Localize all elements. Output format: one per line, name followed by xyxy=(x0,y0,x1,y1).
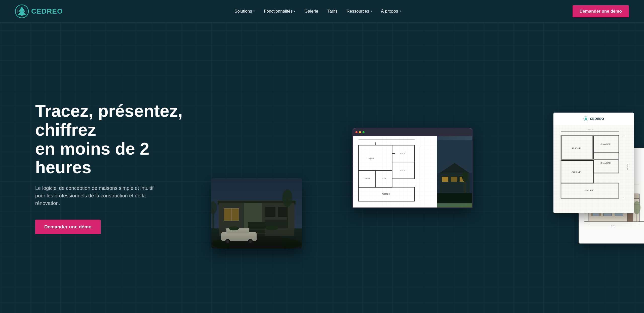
svg-point-75 xyxy=(248,239,253,244)
svg-point-29 xyxy=(462,172,468,182)
svg-marker-55 xyxy=(229,228,284,249)
svg-point-53 xyxy=(211,236,302,249)
laptop-toolbar xyxy=(353,128,472,136)
svg-text:CHAMBRE: CHAMBRE xyxy=(600,143,611,145)
nav-links: Solutions ▾ Fonctionnalités ▾ Galerie Ta… xyxy=(231,7,405,16)
logo-text: CEDREO xyxy=(31,7,63,15)
doc-floorplan-svg: SÉJOUR CHAMBRE CHAMBRE CUISINE GARAGE 12… xyxy=(553,125,634,213)
svg-point-82 xyxy=(229,226,239,230)
hero-text: Tracez, présentez, chiffrez en moins de … xyxy=(35,101,206,234)
laptop-screen: Séjour Ch. 1 Ch. 2 Cuisine SDB Garage xyxy=(353,128,472,207)
svg-rect-39 xyxy=(561,135,594,136)
nav-item-tarifs: Tarifs xyxy=(324,7,341,16)
chevron-down-icon: ▾ xyxy=(294,10,295,13)
svg-text:Ch. 2: Ch. 2 xyxy=(400,169,405,171)
toolbar-dot-green xyxy=(363,131,365,133)
svg-rect-60 xyxy=(244,203,262,236)
svg-point-81 xyxy=(265,225,278,230)
hero-title: Tracez, présentez, chiffrez en moins de … xyxy=(35,101,206,177)
chevron-down-icon: ▾ xyxy=(253,10,255,13)
svg-rect-65 xyxy=(278,207,288,217)
doc-header: CEDREO xyxy=(553,113,634,125)
nav-item-apropos: À propos ▾ xyxy=(378,7,405,16)
svg-rect-72 xyxy=(226,228,249,233)
laptop-preview xyxy=(437,136,472,207)
floorplan-area: Séjour Ch. 1 Ch. 2 Cuisine SDB Garage xyxy=(353,136,437,207)
logo-icon xyxy=(15,5,29,18)
nav-link-tarifs[interactable]: Tarifs xyxy=(324,7,341,16)
svg-text:Cuisine: Cuisine xyxy=(364,178,370,180)
svg-rect-92 xyxy=(627,212,633,222)
navbar: CEDREO Solutions ▾ Fonctionnalités ▾ Gal… xyxy=(0,0,644,23)
small-logo-icon xyxy=(583,116,588,121)
svg-rect-71 xyxy=(221,232,257,241)
svg-rect-25 xyxy=(451,177,457,182)
chevron-down-icon: ▾ xyxy=(371,10,372,13)
svg-rect-54 xyxy=(211,228,302,249)
svg-text:GARAGE: GARAGE xyxy=(585,189,594,192)
photo-card xyxy=(211,178,302,249)
laptop-content: Séjour Ch. 1 Ch. 2 Cuisine SDB Garage xyxy=(353,136,472,207)
nav-link-apropos[interactable]: À propos ▾ xyxy=(378,7,405,16)
laptop-mockup: Séjour Ch. 1 Ch. 2 Cuisine SDB Garage xyxy=(352,128,473,208)
hero-subtitle: Le logiciel de conception de maisons sim… xyxy=(35,184,161,207)
svg-point-96 xyxy=(633,201,641,214)
doc-body: SÉJOUR CHAMBRE CHAMBRE CUISINE GARAGE 12… xyxy=(553,125,634,213)
svg-text:12,50 m: 12,50 m xyxy=(611,225,616,226)
svg-text:Ch. 1: Ch. 1 xyxy=(400,152,405,155)
svg-text:10,20 m: 10,20 m xyxy=(627,163,628,170)
preview-image xyxy=(437,136,472,207)
svg-text:SÉJOUR: SÉJOUR xyxy=(571,147,581,150)
preview-svg xyxy=(437,136,472,207)
nav-link-ressources[interactable]: Ressources ▾ xyxy=(343,7,376,16)
svg-text:Séjour: Séjour xyxy=(368,157,375,160)
svg-rect-40 xyxy=(561,135,562,160)
svg-marker-31 xyxy=(585,117,587,120)
cedreo-logo-small: CEDREO xyxy=(583,116,604,121)
svg-rect-41 xyxy=(592,135,593,160)
nav-item-ressources: Ressources ▾ xyxy=(343,7,376,16)
toolbar-dot-red xyxy=(355,131,357,133)
hero-section: Tracez, présentez, chiffrez en moins de … xyxy=(0,23,644,313)
svg-rect-27 xyxy=(437,193,472,203)
svg-rect-42 xyxy=(561,159,619,160)
svg-point-76 xyxy=(249,240,252,243)
svg-text:CHAMBRE: CHAMBRE xyxy=(600,162,611,164)
svg-text:Garage: Garage xyxy=(382,193,390,195)
nav-link-galerie[interactable]: Galerie xyxy=(301,7,322,16)
svg-text:SDB: SDB xyxy=(382,178,386,180)
nav-item-fonctionnalites: Fonctionnalités ▾ xyxy=(260,7,299,16)
nav-link-fonctionnalites[interactable]: Fonctionnalités ▾ xyxy=(260,7,299,16)
svg-point-78 xyxy=(282,189,292,207)
svg-text:CUISINE: CUISINE xyxy=(572,171,581,173)
nav-item-solutions: Solutions ▾ xyxy=(231,7,258,16)
svg-rect-24 xyxy=(442,177,448,182)
nav-item-galerie: Galerie xyxy=(301,7,322,16)
toolbar-dot-yellow xyxy=(359,131,361,133)
svg-rect-64 xyxy=(265,207,275,217)
nav-cta-button[interactable]: Demander une démo xyxy=(573,5,629,17)
hero-cta-button[interactable]: Demander une démo xyxy=(35,220,101,234)
svg-rect-5 xyxy=(353,137,437,207)
svg-point-74 xyxy=(226,240,229,243)
svg-rect-67 xyxy=(248,222,265,236)
house-photo xyxy=(211,178,302,249)
chevron-down-icon: ▾ xyxy=(399,10,401,13)
svg-text:12,50 m: 12,50 m xyxy=(587,129,593,130)
document-card-1: CEDREO xyxy=(553,113,634,213)
logo-link[interactable]: CEDREO xyxy=(15,5,63,18)
house-photo-svg xyxy=(211,178,302,249)
hero-visual: Séjour Ch. 1 Ch. 2 Cuisine SDB Garage xyxy=(206,102,619,233)
svg-point-73 xyxy=(225,239,230,244)
floorplan-svg: Séjour Ch. 1 Ch. 2 Cuisine SDB Garage xyxy=(353,136,437,207)
nav-link-solutions[interactable]: Solutions ▾ xyxy=(231,7,258,16)
